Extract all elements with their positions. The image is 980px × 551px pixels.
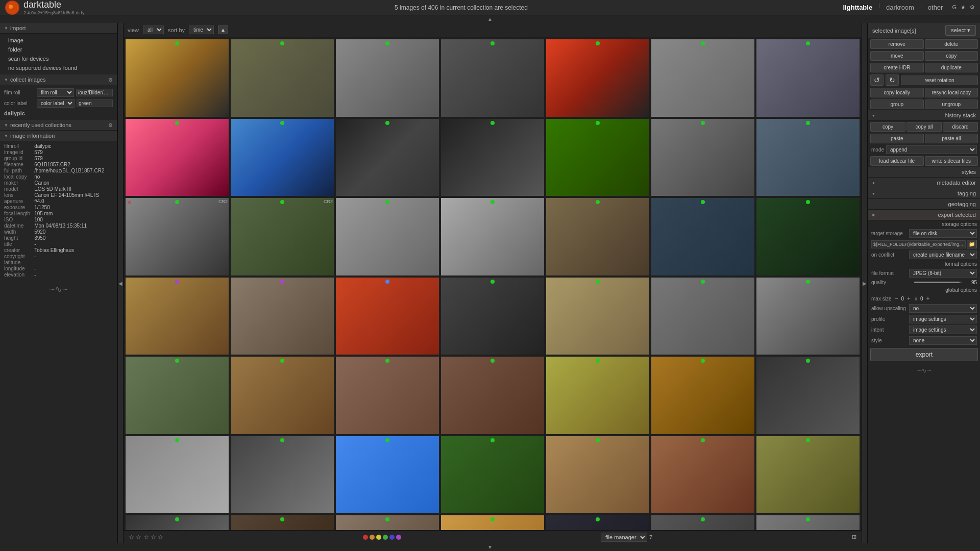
photo-cell-2[interactable] <box>231 39 334 117</box>
max-size-w-plus[interactable]: + <box>906 295 912 302</box>
photo-cell-29[interactable] <box>126 357 229 434</box>
photo-cell-6[interactable] <box>651 39 754 117</box>
import-section-header[interactable]: ▼ import <box>0 23 117 34</box>
rating-filter[interactable]: ☆ ☆ ☆ ☆ ☆ <box>129 534 163 541</box>
active-collection[interactable]: dailypic <box>0 109 117 118</box>
photo-cell-23[interactable] <box>231 278 334 355</box>
resync-btn[interactable]: resync local copy <box>925 88 978 97</box>
photo-cell-16[interactable]: CR2 <box>231 198 334 276</box>
photo-cell-22[interactable] <box>126 278 229 355</box>
photo-cell-49[interactable] <box>756 515 860 530</box>
color-dot-orange[interactable] <box>370 535 375 540</box>
photo-cell-12[interactable] <box>546 119 649 196</box>
left-collapse-arrow[interactable]: ◀ <box>117 23 124 543</box>
rotate-ccw-btn[interactable]: ↺ <box>870 74 884 86</box>
photo-cell-13[interactable] <box>651 119 754 196</box>
metadata-header[interactable]: ● metadata editor <box>868 178 980 188</box>
view-mode-select[interactable]: file manager <box>601 533 647 542</box>
tab-lighttable[interactable]: lighttable <box>838 2 877 13</box>
group-btn[interactable]: group <box>870 99 924 109</box>
photo-cell-32[interactable] <box>441 357 544 434</box>
photo-cell-40[interactable] <box>546 436 649 514</box>
fullscreen-icon[interactable]: ⊞ <box>852 534 856 540</box>
photo-cell-4[interactable] <box>441 39 544 117</box>
photo-cell-39[interactable] <box>441 436 544 514</box>
image-info-header[interactable]: ▼ image information <box>0 131 117 141</box>
photo-cell-8[interactable] <box>126 119 229 196</box>
photo-cell-19[interactable] <box>546 198 649 276</box>
photo-cell-26[interactable] <box>546 278 649 355</box>
view-select[interactable]: all <box>143 26 164 34</box>
photo-cell-7[interactable] <box>756 39 860 117</box>
hist-copy-btn[interactable]: copy <box>870 122 905 132</box>
tagging-header[interactable]: ● tagging <box>868 188 980 199</box>
rotate-cw-btn[interactable]: ↻ <box>886 74 899 86</box>
tab-darkroom[interactable]: darkroom <box>881 2 919 13</box>
move-btn[interactable]: move <box>870 51 924 61</box>
hist-paste-btn[interactable]: paste <box>870 134 924 143</box>
color-dot-yellow[interactable] <box>376 535 381 540</box>
photo-cell-46[interactable] <box>441 515 544 530</box>
photo-cell-14[interactable] <box>756 119 860 196</box>
load-sidecar-btn[interactable]: load sidecar file <box>870 156 924 166</box>
color-dot-purple[interactable] <box>396 535 401 540</box>
intent-select[interactable]: image settings <box>909 325 977 334</box>
photo-grid-container[interactable]: CR2✕CR2 <box>124 37 862 530</box>
photo-cell-10[interactable] <box>336 119 439 196</box>
write-sidecar-btn[interactable]: write sidecar files <box>925 156 978 166</box>
recent-gear-icon[interactable]: ⚙ <box>108 122 113 128</box>
photo-cell-33[interactable] <box>546 357 649 434</box>
photo-cell-27[interactable] <box>651 278 754 355</box>
select-button[interactable]: select ▾ <box>945 25 976 36</box>
color-dot-blue[interactable] <box>389 535 395 540</box>
export-button[interactable]: export <box>870 348 978 361</box>
photo-cell-48[interactable] <box>651 515 754 530</box>
photo-cell-45[interactable] <box>336 515 439 530</box>
path-template[interactable]: ${FILE_FOLDER}/darktable_exported/img... <box>871 240 966 248</box>
reset-rotation-btn[interactable]: reset rotation <box>901 76 978 85</box>
copy-locally-btn[interactable]: copy locally <box>870 88 924 97</box>
photo-cell-11[interactable] <box>441 119 544 196</box>
import-folder[interactable]: folder <box>0 45 117 54</box>
duplicate-btn[interactable]: duplicate <box>925 63 978 72</box>
max-size-w-minus[interactable]: − <box>893 295 899 302</box>
colorlabel-type-select[interactable]: color label <box>37 99 75 108</box>
star-icon[interactable]: ★ <box>961 4 966 11</box>
filmroll-type-select[interactable]: film roll <box>37 88 74 97</box>
photo-cell-37[interactable] <box>231 436 334 514</box>
photo-cell-38[interactable] <box>336 436 439 514</box>
photo-cell-34[interactable] <box>651 357 754 434</box>
colorlabel-value[interactable]: green <box>77 99 113 107</box>
photo-cell-28[interactable] <box>756 278 860 355</box>
photo-cell-20[interactable] <box>651 198 754 276</box>
photo-cell-24[interactable] <box>336 278 439 355</box>
create-hdr-btn[interactable]: create HDR <box>870 63 924 72</box>
color-dot-red[interactable] <box>363 535 368 540</box>
photo-cell-44[interactable] <box>231 515 334 530</box>
ungroup-btn[interactable]: ungroup <box>925 99 978 109</box>
scan-for-devices[interactable]: scan for devices <box>0 54 117 63</box>
right-collapse-arrow[interactable]: ▶ <box>862 23 868 543</box>
delete-btn[interactable]: delete <box>925 39 978 49</box>
photo-cell-3[interactable] <box>336 39 439 117</box>
photo-cell-1[interactable] <box>126 39 229 117</box>
collect-section-header[interactable]: ▼ collect images ⚙ <box>0 74 117 85</box>
preset-icon[interactable]: G <box>952 4 957 11</box>
photo-cell-9[interactable] <box>231 119 334 196</box>
copy-btn[interactable]: copy <box>925 51 978 61</box>
photo-cell-43[interactable] <box>126 515 229 530</box>
target-storage-select[interactable]: file on disk <box>909 229 977 238</box>
style-select[interactable]: none <box>909 336 977 345</box>
sort-select[interactable]: time <box>189 26 214 34</box>
photo-cell-18[interactable] <box>441 198 544 276</box>
hist-discard-btn[interactable]: discard <box>943 122 978 132</box>
photo-cell-41[interactable] <box>651 436 754 514</box>
path-browse-btn[interactable]: 📁 <box>967 240 977 248</box>
geotagging-header[interactable]: geotagging <box>868 199 980 210</box>
photo-cell-25[interactable] <box>441 278 544 355</box>
profile-select[interactable]: image settings <box>909 315 977 323</box>
file-format-select[interactable]: JPEG (8-bit) <box>909 269 977 278</box>
photo-cell-5[interactable] <box>546 39 649 117</box>
mode-select[interactable]: append <box>886 145 977 154</box>
photo-cell-17[interactable] <box>336 198 439 276</box>
